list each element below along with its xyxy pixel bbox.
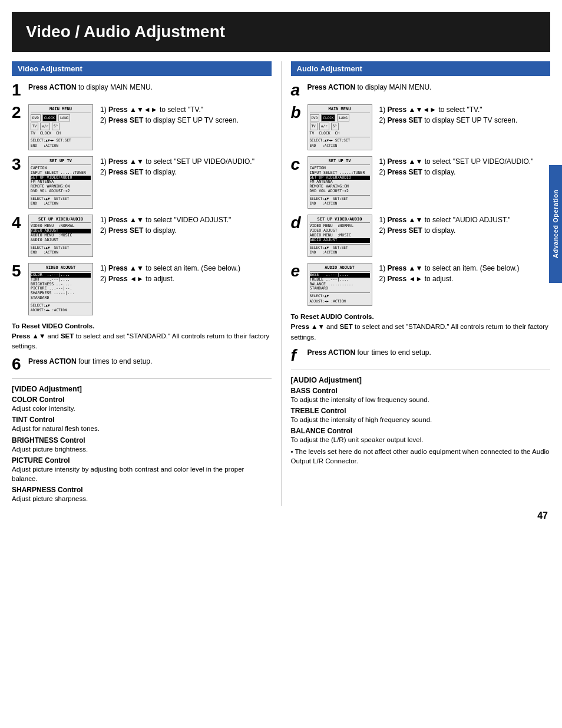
screen-c-r6: DVD VOL ADJUST:+2 (310, 189, 370, 194)
page-header: Video / Audio Adjustment (12, 12, 550, 52)
audio-reset-bold2: SET (339, 323, 352, 330)
step-2-ins2-bold: Press SET (108, 116, 143, 124)
audio-section-header: Audio Adjustment (291, 61, 551, 76)
step-e-alpha: e (291, 263, 304, 279)
video-adj-item-2: BRIGHTNESS Control Adjust picture bright… (12, 436, 272, 454)
step-c-ins2-bold: Press SET (388, 168, 422, 176)
step-e-screen: AUDIO ADJUST BASS ..---|.... TREBLE ..--… (308, 263, 372, 306)
step-3-content: SET UP TV CAPTION INPUT SELECT .....:TUN… (28, 156, 272, 208)
step-f-content: Press ACTION four times to end setup. (308, 347, 551, 358)
screen-b-title: MAIN MENU (310, 107, 370, 113)
step-d-ins2-bold: Press SET (388, 226, 422, 235)
step-3-number: 3 (12, 156, 25, 173)
step-d-row: d SET UP VIDEO/AUDIO VIDEO MENU :NORMAL … (291, 215, 551, 258)
screen-b-icon-clock: CLOCK (321, 114, 335, 121)
step-1-text: Press ACTION to display MAIN MENU. (28, 83, 153, 91)
step-5-content: VIDEO ADJUST COLOR ..---|.... TINT ..---… (28, 263, 272, 315)
step-a-text: Press ACTION to display MAIN MENU. (308, 83, 432, 91)
step-d-ins2: 2) Press SET to display. (379, 225, 551, 236)
video-section-header: Video Adjustment (12, 61, 272, 76)
step-b-ins2-bold: Press SET (388, 116, 422, 124)
step-d-ins1: 1) Press ▲▼ to select "AUDIO ADJUST." (379, 215, 551, 225)
step-d-ins1-bold: Press ▲▼ (388, 216, 423, 224)
step-2-ins1: 1) Press ▲▼◄► to select "TV." (100, 104, 272, 115)
screen-icon-clock: CLOCK (42, 114, 57, 121)
step-1-rest: to display MAIN MENU. (77, 83, 153, 91)
video-column: Video Adjustment 1 Press ACTION to displ… (12, 61, 272, 506)
step-e-row: e AUDIO ADJUST BASS ..---|.... TREBLE ..… (291, 263, 551, 306)
video-adj-item-4-desc: Adjust picture sharpness. (12, 494, 272, 503)
video-reset-bold2: SET (61, 332, 74, 340)
audio-adj-item-0-title: BASS Control (291, 387, 551, 395)
step-1-row: 1 Press ACTION to display MAIN MENU. (12, 82, 272, 98)
screen-icon-s: S³ (52, 123, 59, 130)
video-reset-bold1: Press ▲▼ (12, 332, 45, 340)
step-c-ins1: 1) Press ▲▼ to select "SET UP VIDEO/AUDI… (379, 156, 551, 167)
audio-adj-item-1: TREBLE Control To adjust the intensity o… (291, 407, 551, 424)
step-3-with-screen: SET UP TV CAPTION INPUT SELECT .....:TUN… (28, 156, 272, 208)
screen-b-row1: TV CLOCK CH (310, 131, 370, 136)
screen-3-r6: DVD VOL ADJUST:+2 (31, 189, 91, 194)
step-c-row: c SET UP TV CAPTION INPUT SELECT .....:T… (291, 156, 551, 208)
video-adj-item-1: TINT Control Adjust for natural flesh to… (12, 416, 272, 433)
step-c-with-screen: SET UP TV CAPTION INPUT SELECT .....:TUN… (308, 156, 551, 208)
step-6-content: Press ACTION four times to end setup. (28, 356, 272, 367)
step-e-ins1: 1) Press ▲▼ to select an item. (See belo… (379, 263, 551, 274)
step-4-screen: SET UP VIDEO/AUDIO VIDEO MENU :NORMAL VI… (28, 215, 93, 258)
audio-adj-item-2: BALANCE Control To adjust the (L/R) unit… (291, 427, 551, 444)
audio-reset-note: To Reset AUDIO Controls. Press ▲▼ and SE… (291, 312, 551, 342)
screen-icon-ar: a/r (40, 123, 50, 130)
step-c-ins2-rest: to display. (422, 168, 455, 176)
step-b-alpha: b (291, 104, 304, 121)
step-5-ins2-rest: to adjust. (144, 275, 174, 283)
step-e-ins1-bold: Press ▲▼ (388, 264, 423, 272)
video-adj-title: [VIDEO Adjustment] (12, 385, 272, 393)
step-5-ins1: 1) Press ▲▼ to select an item. (See belo… (100, 263, 272, 274)
step-c-alpha: c (291, 156, 304, 173)
video-reset-and: and (45, 332, 61, 340)
step-6-number: 6 (12, 356, 25, 373)
step-b-content: MAIN MENU DVD CLOCK LANG TV a/r S³ (308, 104, 551, 150)
screen-5-footer: SELECT:▲▼ADJUST:◄► :ACTION (31, 302, 91, 313)
step-b-instructions: 1) Press ▲▼◄► to select "TV." 2) Press S… (379, 104, 551, 126)
audio-divider (291, 370, 551, 370)
screen-c-footer: SELECT:▲▼ SET:SETEND :ACTION (310, 195, 370, 206)
step-4-instructions: 1) Press ▲▼ to select "VIDEO ADJUST." 2)… (100, 215, 272, 236)
step-a-content: Press ACTION to display MAIN MENU. (308, 82, 551, 93)
sidebar-label: Advanced Operation (549, 165, 562, 283)
step-b-with-screen: MAIN MENU DVD CLOCK LANG TV a/r S³ (308, 104, 551, 150)
video-reset-title: To Reset VIDEO Controls. (12, 322, 94, 330)
screen-b-icon-s: S³ (331, 123, 339, 130)
step-4-with-screen: SET UP VIDEO/AUDIO VIDEO MENU :NORMAL VI… (28, 215, 272, 258)
screen-e-footer: SELECT:▲▼ADJUST:◄► :ACTION (310, 292, 370, 304)
step-b-ins1-rest: to select "TV." (437, 106, 482, 114)
video-reset-note: To Reset VIDEO Controls. Press ▲▼ and SE… (12, 321, 272, 352)
step-c-content: SET UP TV CAPTION INPUT SELECT .....:TUN… (308, 156, 551, 208)
screen-b-icon-lang: LANG (337, 114, 349, 121)
step-d-with-screen: SET UP VIDEO/AUDIO VIDEO MENU :NORMAL VI… (308, 215, 551, 258)
step-5-row: 5 VIDEO ADJUST COLOR ..---|.... TINT ..-… (12, 263, 272, 315)
screen-b-icons2: TV a/r S³ (310, 123, 370, 130)
step-4-ins2-rest: to display. (143, 226, 176, 235)
step-a-row: a Press ACTION to display MAIN MENU. (291, 82, 551, 98)
page-number: 47 (12, 510, 550, 521)
video-adj-item-3: PICTURE Control Adjust picture intensity… (12, 456, 272, 483)
step-e-with-screen: AUDIO ADJUST BASS ..---|.... TREBLE ..--… (308, 263, 551, 306)
screen-2-title: MAIN MENU (31, 107, 91, 113)
screen-e-r4: STANDARD (310, 286, 370, 291)
step-c-ins1-bold: Press ▲▼ (388, 157, 423, 166)
step-3-row: 3 SET UP TV CAPTION INPUT SELECT .....:T… (12, 156, 272, 208)
step-b-screen: MAIN MENU DVD CLOCK LANG TV a/r S³ (308, 104, 372, 150)
audio-adj-item-0: BASS Control To adjust the intensity of … (291, 387, 551, 404)
step-3-screen: SET UP TV CAPTION INPUT SELECT .....:TUN… (28, 156, 93, 208)
step-3-ins2: 2) Press SET to display. (100, 167, 272, 177)
step-e-ins2-rest: to adjust. (422, 275, 453, 283)
video-adj-item-4-title: SHARPNESS Control (12, 486, 272, 494)
step-d-screen: SET UP VIDEO/AUDIO VIDEO MENU :NORMAL VI… (308, 215, 372, 258)
step-4-row: 4 SET UP VIDEO/AUDIO VIDEO MENU :NORMAL … (12, 215, 272, 258)
screen-5-title: VIDEO ADJUST (31, 265, 91, 272)
video-adj-item-3-desc: Adjust picture intensity by adjusting bo… (12, 465, 272, 483)
page: Video / Audio Adjustment Video Adjustmen… (0, 0, 562, 728)
step-a-rest: to display MAIN MENU. (355, 83, 431, 91)
step-d-ins2-rest: to display. (422, 226, 455, 235)
